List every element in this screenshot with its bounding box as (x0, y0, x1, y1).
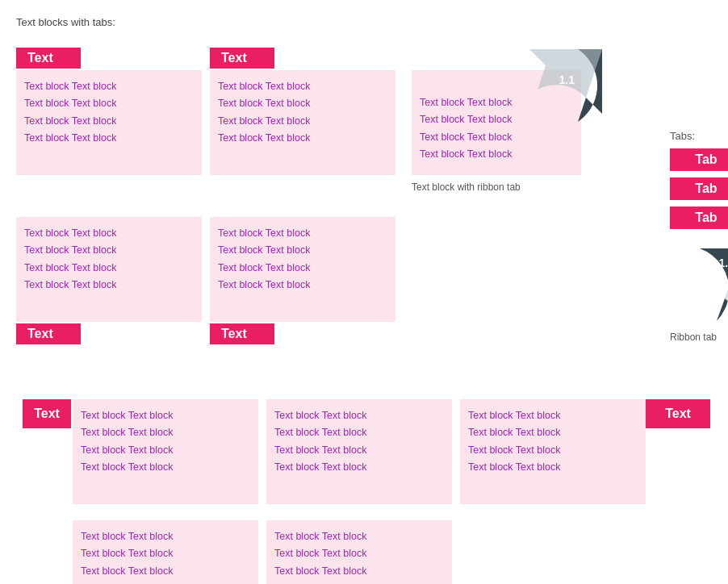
bottom-tab-row: Text block Text blockText block Text blo… (16, 217, 646, 346)
text-block-3: Text block Text blockText block Text blo… (16, 217, 202, 322)
right-panel: Tabs: Tab Tab Tab 1.2 Ribbon tab (670, 44, 728, 343)
text-block-6: Text block Text blockText block Text blo… (266, 399, 452, 504)
tab-right-1: Text (646, 399, 710, 428)
ribbon-small-label: Ribbon tab (670, 332, 717, 343)
ribbon-text-block-1: 1.1 Text block Text blockText block Text… (412, 70, 581, 175)
blocks-area: Text Text block Text blockText block Tex… (16, 44, 646, 584)
tab-top-2: Text (210, 48, 274, 69)
block-ribbon-1: 1.1 Text block Text blockText block Text… (412, 70, 581, 193)
block-left-tab-1: Text Text block Text blockText block Tex… (73, 399, 258, 504)
text-block-8: Text block Text blockText block Text blo… (73, 520, 258, 584)
block-no-tab-2: Text block Text blockText block Text blo… (73, 520, 258, 584)
tab-item-1[interactable]: Tab (670, 148, 728, 171)
ribbon-number-small: 1.2 (719, 257, 728, 269)
tab-bottom-2: Text (210, 323, 274, 344)
ribbon-number-1: 1.1 (559, 73, 575, 86)
block-top-tab-1: Text Text block Text blockText block Tex… (16, 70, 202, 175)
text-block-9: Text block Text blockText block Text blo… (266, 520, 452, 584)
page-title: Text blocks with tabs: (16, 16, 712, 28)
top-row: Text Text block Text blockText block Tex… (16, 70, 646, 193)
block-bottom-tab-1: Text block Text blockText block Text blo… (16, 217, 202, 322)
block-bottom-tab-2: Text block Text blockText block Text blo… (210, 217, 395, 322)
main-layout: Text Text block Text blockText block Tex… (16, 44, 712, 584)
tab-item-3[interactable]: Tab (670, 206, 728, 229)
block-text-8: Text block Text blockText block Text blo… (81, 528, 250, 584)
ribbon-label-1: Text block with ribbon tab (412, 181, 581, 193)
block-text-7: Text block Text blockText block Text blo… (468, 407, 638, 476)
block-text-6: Text block Text blockText block Text blo… (274, 407, 444, 476)
text-block-7: Text Text block Text blockText block Tex… (460, 399, 646, 504)
block-top-tab-2: Text Text block Text blockText block Tex… (210, 70, 395, 175)
left-tab-bottom-row: Text block Text blockText block Text blo… (73, 520, 646, 584)
block-text-9: Text block Text blockText block Text blo… (274, 528, 444, 584)
ribbon-display-2: 1.2 (670, 248, 728, 321)
block-text-4: Text block Text blockText block Text blo… (218, 225, 387, 294)
tabs-section: Tabs: Tab Tab Tab (670, 130, 728, 236)
text-block-2: Text Text block Text blockText block Tex… (210, 70, 395, 175)
block-no-tab-3: Text block Text blockText block Text blo… (266, 520, 452, 584)
block-text-1: Text block Text blockText block Text blo… (24, 78, 194, 147)
text-block-4: Text block Text blockText block Text blo… (210, 217, 395, 322)
tabs-label: Tabs: (670, 130, 728, 142)
tab-bottom-1: Text (16, 323, 81, 344)
block-no-tab-1: Text block Text blockText block Text blo… (266, 399, 452, 504)
tab-left-1: Text (23, 399, 71, 428)
text-block-5: Text Text block Text blockText block Tex… (73, 399, 258, 504)
block-text-5: Text block Text blockText block Text blo… (81, 407, 250, 476)
left-tab-row: Text Text block Text blockText block Tex… (73, 399, 646, 504)
block-right-tab-1: Text Text block Text blockText block Tex… (460, 399, 646, 504)
block-text-3: Text block Text blockText block Text blo… (24, 225, 194, 294)
text-block-1: Text Text block Text blockText block Tex… (16, 70, 202, 175)
tab-item-2[interactable]: Tab (670, 177, 728, 200)
block-text-2: Text block Text blockText block Text blo… (218, 78, 387, 147)
tab-top-1: Text (16, 48, 81, 69)
